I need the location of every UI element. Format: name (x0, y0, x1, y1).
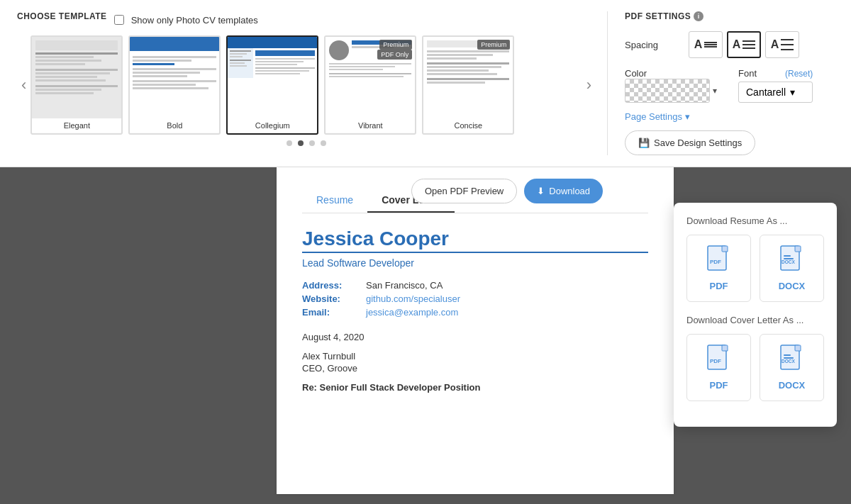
font-value: Cantarell (746, 86, 786, 98)
action-bar: Open PDF Preview ⬇ Download (411, 179, 667, 203)
resume-download-options: PDF PDF DOCX DOCX (686, 235, 824, 302)
chooser-header: CHOOSE TEMPLATE Show only Photo CV templ… (17, 11, 596, 28)
resume-pdf-label: PDF (710, 281, 728, 291)
template-thumb-elegant[interactable]: Elegant (30, 35, 123, 135)
resume-preview: Resume Cover Letter Jessica Cooper Lead … (277, 167, 674, 494)
svg-text:DOCX: DOCX (782, 359, 795, 364)
email-value: jessica@example.com (366, 307, 458, 318)
font-dropdown-arrow: ▾ (790, 86, 795, 98)
resume-pdf-button[interactable]: PDF PDF (686, 235, 751, 302)
website-value: github.com/specialuser (366, 293, 460, 304)
re-line: Re: Senior Full Stack Developer Position (302, 382, 648, 393)
main-content: Open PDF Preview ⬇ Download Resume Cover… (0, 167, 851, 494)
collegium-label: Collegium (228, 118, 317, 133)
dot-2[interactable] (298, 140, 304, 146)
contact-email-row: Email: jessica@example.com (302, 307, 648, 318)
download-button[interactable]: ⬇ Download (524, 179, 603, 203)
address-label: Address: (302, 280, 359, 291)
font-select-button[interactable]: Cantarell ▾ (738, 82, 813, 103)
font-label: Font (738, 68, 781, 79)
spacing-options: A A (689, 31, 799, 58)
info-icon[interactable]: i (694, 11, 703, 21)
resume-docx-button[interactable]: DOCX DOCX (760, 235, 824, 302)
template-thumb-concise[interactable]: Premium (422, 35, 514, 135)
color-section: Color ▾ (625, 68, 717, 103)
spacing-normal-button[interactable]: A (727, 31, 761, 58)
color-swatch[interactable] (625, 79, 710, 103)
template-thumb-collegium[interactable]: Collegium (226, 35, 318, 135)
docx-file-icon: DOCX (779, 245, 805, 275)
spacing-row: Spacing A A (625, 31, 834, 58)
pdf-file-icon: PDF (706, 245, 732, 275)
template-thumb-vibrant[interactable]: Premium PDF Only (324, 35, 416, 135)
pdf-settings-title: PDF SETTINGS i (625, 11, 834, 21)
color-picker-wrapper[interactable]: ▾ (625, 79, 717, 103)
choose-template-label: CHOOSE TEMPLATE (17, 11, 107, 21)
vibrant-premium-badge: Premium (379, 40, 412, 50)
spacing-compact-button[interactable]: A (689, 31, 723, 58)
cover-letter-pdf-label: PDF (710, 380, 728, 391)
open-pdf-preview-button[interactable]: Open PDF Preview (411, 179, 517, 203)
recipient-name: Alex Turnbull (302, 351, 648, 362)
svg-rect-14 (784, 354, 791, 356)
cover-letter-download-options: PDF PDF DOCX DOCX (686, 334, 824, 401)
svg-rect-9 (722, 345, 728, 351)
bold-preview (130, 37, 219, 118)
concise-premium-badge: Premium (477, 40, 510, 50)
dot-4[interactable] (321, 140, 326, 146)
svg-text:DOCX: DOCX (782, 259, 795, 264)
resume-docx-label: DOCX (779, 281, 806, 291)
templates-row: ‹ (17, 35, 596, 135)
dot-3[interactable] (309, 140, 315, 146)
template-thumb-bold[interactable]: Bold (128, 35, 221, 135)
pagination-dots (17, 140, 596, 146)
templates-list: Elegant (30, 35, 582, 135)
next-template-button[interactable]: › (582, 77, 596, 93)
spacing-label: Spacing (625, 40, 667, 50)
cover-docx-file-icon: DOCX (779, 345, 805, 374)
name-underline (302, 252, 648, 253)
contact-address-row: Address: San Francisco, CA (302, 280, 648, 291)
photo-cv-checkbox[interactable] (114, 15, 124, 25)
save-design-button[interactable]: 💾 Save Design Settings (625, 130, 755, 155)
page-settings-link[interactable]: Page Settings ▾ (625, 111, 834, 122)
vibrant-preview: Premium PDF Only (326, 37, 415, 118)
website-label: Website: (302, 293, 359, 304)
concise-preview: Premium (423, 37, 513, 118)
collegium-preview (228, 37, 317, 118)
prev-template-button[interactable]: ‹ (17, 77, 30, 93)
download-dropdown: Download Resume As ... PDF PDF DOCX (674, 203, 837, 427)
svg-rect-7 (784, 258, 794, 259)
cover-pdf-file-icon: PDF (706, 345, 732, 374)
tab-resume[interactable]: Resume (302, 189, 367, 213)
cover-letter-docx-label: DOCX (779, 380, 806, 391)
email-label: Email: (302, 307, 359, 318)
svg-rect-4 (795, 246, 801, 252)
recipient-title: CEO, Groove (302, 363, 648, 374)
bold-label: Bold (130, 118, 219, 133)
resume-download-title: Download Resume As ... (686, 215, 824, 226)
resume-title: Lead Software Developer (302, 257, 648, 269)
elegant-preview (32, 37, 121, 118)
color-label: Color (625, 68, 667, 79)
concise-label: Concise (423, 118, 513, 133)
svg-rect-12 (795, 345, 801, 351)
pdf-settings-panel: PDF SETTINGS i Spacing A (607, 11, 834, 155)
cover-letter-docx-button[interactable]: DOCX DOCX (760, 334, 824, 401)
download-icon: ⬇ (537, 186, 545, 196)
vibrant-label: Vibrant (326, 118, 415, 133)
cover-letter-download-title: Download Cover Letter As ... (686, 315, 824, 325)
cover-letter-pdf-button[interactable]: PDF PDF (686, 334, 751, 401)
svg-rect-15 (784, 357, 794, 359)
color-font-row: Color ▾ Font (Reset) Cantarell ▾ (625, 68, 834, 103)
svg-rect-1 (722, 246, 728, 252)
font-section: Font (Reset) Cantarell ▾ (738, 68, 813, 103)
resume-contact: Address: San Francisco, CA Website: gith… (302, 280, 648, 318)
color-dropdown-arrow[interactable]: ▾ (713, 86, 717, 96)
dot-1[interactable] (287, 140, 292, 146)
chevron-down-icon: ▾ (685, 111, 690, 122)
top-section: CHOOSE TEMPLATE Show only Photo CV templ… (0, 0, 851, 167)
spacing-wide-button[interactable]: A (765, 31, 799, 58)
photo-cv-label: Show only Photo CV templates (131, 15, 258, 26)
font-reset-link[interactable]: (Reset) (785, 69, 813, 79)
